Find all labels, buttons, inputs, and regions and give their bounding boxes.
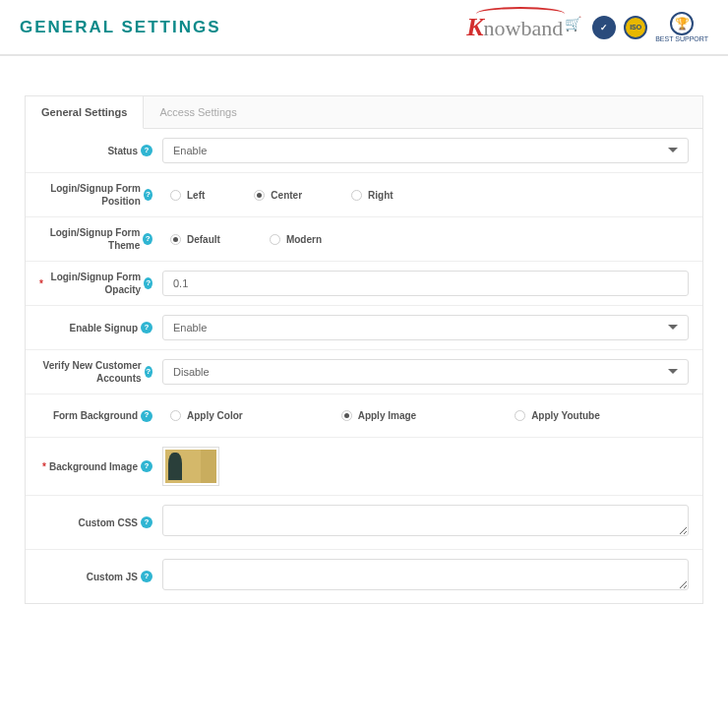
custom-js-input[interactable] <box>162 559 689 590</box>
tab-general-settings[interactable]: General Settings <box>26 96 144 129</box>
label-custom-js: Custom JS ? <box>39 571 162 583</box>
label-opacity: * Login/Signup Form Opacity ? <box>39 271 162 296</box>
help-icon[interactable]: ? <box>141 322 152 334</box>
award-badge: 🏆 BEST SUPPORT <box>655 12 708 42</box>
tab-access-settings[interactable]: Access Settings <box>144 96 252 128</box>
radio-modern[interactable]: Modern <box>270 234 322 245</box>
row-opacity: * Login/Signup Form Opacity ? <box>26 262 702 306</box>
help-icon[interactable]: ? <box>144 277 152 289</box>
help-icon[interactable]: ? <box>141 516 152 528</box>
radio-right[interactable]: Right <box>351 190 394 201</box>
row-background: Form Background ? Apply Color Apply Imag… <box>26 394 702 438</box>
label-bg-image: * Background Image ? <box>39 460 162 473</box>
cart-icon <box>565 20 584 35</box>
label-theme: Login/Signup Form Theme ? <box>39 226 162 252</box>
radio-apply-youtube[interactable]: Apply Youtube <box>515 410 600 421</box>
label-position: Login/Signup Form Position ? <box>39 182 162 208</box>
page-title: GENERAL SETTINGS <box>20 18 221 37</box>
position-radio-group: Left Center Right <box>162 190 689 201</box>
tabs-nav: General Settings Access Settings <box>26 96 702 129</box>
help-icon[interactable]: ? <box>141 145 152 156</box>
status-select[interactable]: Enable <box>162 138 689 163</box>
row-theme: Login/Signup Form Theme ? Default Modern <box>26 217 702 262</box>
radio-center[interactable]: Center <box>254 190 302 201</box>
radio-apply-color[interactable]: Apply Color <box>170 410 243 421</box>
iso-badge: ISO <box>624 16 647 39</box>
row-enable-signup: Enable Signup ? Enable <box>26 306 702 350</box>
radio-left[interactable]: Left <box>170 190 205 201</box>
label-enable-signup: Enable Signup ? <box>39 322 162 334</box>
help-icon[interactable]: ? <box>141 460 152 472</box>
radio-default[interactable]: Default <box>170 234 220 245</box>
custom-css-input[interactable] <box>162 505 689 536</box>
help-icon[interactable]: ? <box>144 189 152 201</box>
enable-signup-select[interactable]: Enable <box>162 315 689 340</box>
background-radio-group: Apply Color Apply Image Apply Youtube <box>162 410 689 421</box>
cert-badge: ✓ <box>592 16 616 39</box>
opacity-input[interactable] <box>162 271 689 296</box>
row-position: Login/Signup Form Position ? Left Center… <box>26 173 702 217</box>
trophy-icon: 🏆 <box>670 12 694 35</box>
row-custom-css: Custom CSS ? <box>26 496 702 550</box>
label-verify: Verify New Customer Accounts ? <box>39 359 162 385</box>
content-area: General Settings Access Settings Status … <box>0 56 728 604</box>
help-icon[interactable]: ? <box>141 410 152 422</box>
theme-radio-group: Default Modern <box>162 234 689 245</box>
row-verify: Verify New Customer Accounts ? Disable <box>26 350 702 394</box>
header-logos: Knowband ✓ ISO 🏆 BEST SUPPORT <box>466 12 708 42</box>
help-icon[interactable]: ? <box>141 571 152 582</box>
row-custom-js: Custom JS ? <box>26 550 702 603</box>
settings-panel: General Settings Access Settings Status … <box>25 95 703 604</box>
label-custom-css: Custom CSS ? <box>39 516 162 529</box>
verify-select[interactable]: Disable <box>162 359 689 385</box>
row-bg-image: * Background Image ? <box>26 438 702 496</box>
help-icon[interactable]: ? <box>143 233 152 245</box>
bg-image-preview[interactable] <box>162 447 219 486</box>
page-header: GENERAL SETTINGS Knowband ✓ ISO 🏆 BEST S… <box>0 0 728 56</box>
row-status: Status ? Enable <box>26 129 702 173</box>
help-icon[interactable]: ? <box>145 366 152 378</box>
knowband-logo: Knowband <box>466 13 584 42</box>
label-background: Form Background ? <box>39 409 162 422</box>
radio-apply-image[interactable]: Apply Image <box>341 410 416 421</box>
label-status: Status ? <box>39 145 162 157</box>
